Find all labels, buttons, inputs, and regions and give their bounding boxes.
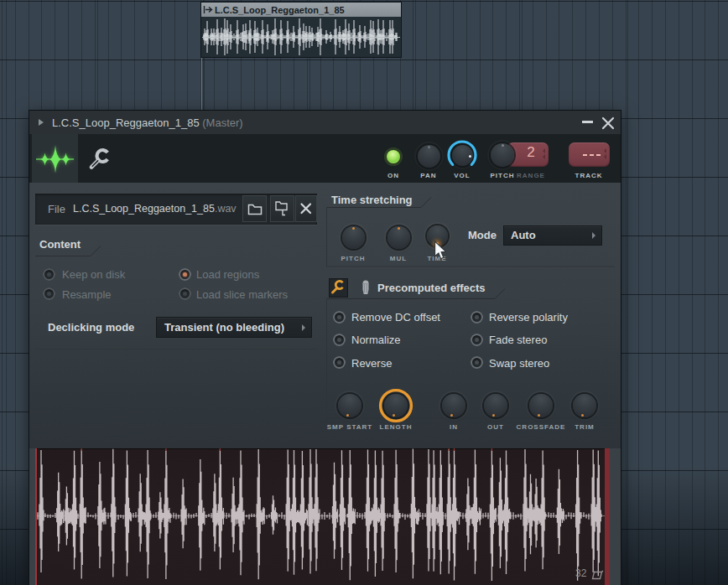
svg-text:L.C.S_Loop_Reggaeton_1_85: L.C.S_Loop_Reggaeton_1_85 xyxy=(215,5,345,15)
